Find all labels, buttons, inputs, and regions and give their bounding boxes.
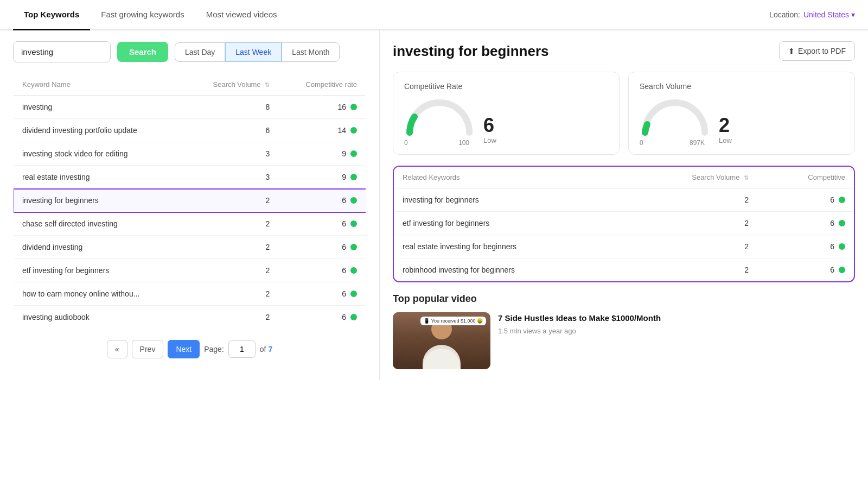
related-rate-value: 6 — [830, 242, 834, 251]
related-rate-dot — [839, 197, 845, 203]
filter-last-week[interactable]: Last Week — [225, 42, 282, 62]
rate-cell: 16 — [278, 96, 366, 119]
rate-cell: 6 — [278, 236, 366, 259]
volume-cell: 3 — [184, 142, 278, 166]
rate-value: 6 — [342, 219, 346, 228]
video-card[interactable]: 📱 You received $1,000 🤑 7 Side Hustles I… — [393, 312, 855, 369]
related-keyword-cell: robinhood investing for beginners — [394, 258, 626, 282]
rate-cell: 6 — [278, 212, 366, 236]
first-page-button[interactable]: « — [107, 340, 127, 358]
related-table-row[interactable]: etf investing for beginners 2 6 — [394, 212, 854, 235]
tab-most-viewed[interactable]: Most viewed videos — [195, 0, 288, 30]
related-volume-cell: 2 — [626, 258, 757, 282]
table-row[interactable]: investing stock video for editing 3 9 — [14, 142, 366, 166]
related-volume-cell: 2 — [626, 188, 757, 212]
gauge-value-volume: 2 Low — [719, 116, 732, 147]
tab-fast-growing[interactable]: Fast growing keywords — [90, 0, 195, 30]
col-search-volume: Search Volume ⇅ — [184, 74, 278, 96]
table-row[interactable]: etf investing for beginners 2 6 — [14, 259, 366, 282]
top-nav: Top Keywords Fast growing keywords Most … — [0, 0, 868, 30]
export-pdf-button[interactable]: ⬆ Export to PDF — [779, 41, 855, 61]
keyword-cell: investing — [14, 96, 184, 119]
right-panel: investing for beginners ⬆ Export to PDF … — [380, 30, 868, 380]
keyword-cell: investing for beginners — [14, 189, 184, 212]
related-table-row[interactable]: real estate investing for beginners 2 6 — [394, 235, 854, 258]
related-keywords-table: Related Keywords Search Volume ⇅ Competi… — [394, 167, 854, 281]
filter-last-day[interactable]: Last Day — [175, 42, 225, 62]
rate-dot — [350, 267, 357, 274]
rate-dot — [350, 291, 357, 297]
rate-cell: 6 — [278, 282, 366, 306]
related-col-volume: Search Volume ⇅ — [626, 167, 757, 188]
table-row[interactable]: real estate investing 3 9 — [14, 166, 366, 189]
video-badge: 📱 You received $1,000 🤑 — [420, 317, 486, 325]
volume-cell: 2 — [184, 189, 278, 212]
rate-cell: 6 — [278, 189, 366, 212]
search-bar: Search Last Day Last Week Last Month — [13, 41, 366, 62]
related-table-row[interactable]: robinhood investing for beginners 2 6 — [394, 258, 854, 282]
volume-cell: 6 — [184, 119, 278, 142]
related-rate-value: 6 — [830, 219, 834, 228]
volume-cell: 2 — [184, 282, 278, 306]
related-rate-cell: 6 — [757, 235, 854, 258]
related-rate-cell: 6 — [757, 258, 854, 282]
search-input[interactable] — [13, 41, 111, 62]
location-link[interactable]: United States ▾ — [803, 10, 855, 19]
gauge-scale-competitive: 0 100 — [404, 139, 469, 147]
related-rate-cell: 6 — [757, 188, 854, 212]
volume-cell: 2 — [184, 306, 278, 329]
gauge-cards: Competitive Rate 0 100 — [393, 72, 855, 155]
table-row[interactable]: investing audiobook 2 6 — [14, 306, 366, 329]
related-keyword-cell: investing for beginners — [394, 188, 626, 212]
rate-value: 6 — [342, 196, 346, 205]
next-page-button[interactable]: Next — [168, 340, 200, 358]
detail-header: investing for beginners ⬆ Export to PDF — [393, 41, 855, 61]
table-row[interactable]: investing for beginners 2 6 — [14, 189, 366, 212]
search-button[interactable]: Search — [117, 42, 168, 62]
related-rate-dot — [839, 243, 845, 250]
table-row[interactable]: chase self directed investing 2 6 — [14, 212, 366, 236]
related-rate-value: 6 — [830, 266, 834, 274]
rate-value: 16 — [337, 103, 346, 111]
export-icon: ⬆ — [788, 47, 795, 55]
table-row[interactable]: dividend investing portfolio update 6 14 — [14, 119, 366, 142]
related-keyword-cell: etf investing for beginners — [394, 212, 626, 235]
related-rate-dot — [839, 220, 845, 226]
related-rate-dot — [839, 267, 845, 273]
table-row[interactable]: how to earn money online withou... 2 6 — [14, 282, 366, 306]
rate-value: 6 — [342, 289, 346, 298]
rate-cell: 14 — [278, 119, 366, 142]
rate-dot — [350, 104, 357, 110]
volume-cell: 8 — [184, 96, 278, 119]
page-input[interactable] — [228, 340, 256, 358]
rate-value: 6 — [342, 313, 346, 321]
rate-dot — [350, 174, 357, 180]
keywords-table: Keyword Name Search Volume ⇅ Competitive… — [13, 73, 366, 329]
nav-tabs: Top Keywords Fast growing keywords Most … — [13, 0, 288, 29]
related-table-row[interactable]: investing for beginners 2 6 — [394, 188, 854, 212]
keyword-cell: dividend investing portfolio update — [14, 119, 184, 142]
prev-page-button[interactable]: Prev — [132, 340, 164, 358]
filter-last-month[interactable]: Last Month — [282, 42, 340, 62]
gauge-value-competitive: 6 Low — [483, 116, 496, 147]
popular-video-section: Top popular video — [393, 293, 855, 369]
volume-gauge-svg — [640, 97, 710, 136]
rate-value: 9 — [342, 149, 346, 158]
gauge-area-volume: 0 897K 2 Low — [640, 97, 844, 147]
table-row[interactable]: dividend investing 2 6 — [14, 236, 366, 259]
rate-value: 9 — [342, 173, 346, 181]
rate-dot — [350, 220, 357, 227]
page-of-label: of 7 — [260, 345, 272, 354]
rate-cell: 9 — [278, 142, 366, 166]
keyword-cell: real estate investing — [14, 166, 184, 189]
related-col-keyword: Related Keywords — [394, 167, 626, 188]
related-keyword-cell: real estate investing for beginners — [394, 235, 626, 258]
table-row[interactable]: investing 8 16 — [14, 96, 366, 119]
rate-dot — [350, 150, 357, 157]
gauge-area-competitive: 0 100 6 Low — [404, 97, 608, 147]
related-col-competitive: Competitive — [757, 167, 854, 188]
related-sort-icon: ⇅ — [744, 174, 749, 181]
keyword-cell: how to earn money online withou... — [14, 282, 184, 306]
tab-top-keywords[interactable]: Top Keywords — [13, 0, 90, 30]
related-volume-cell: 2 — [626, 235, 757, 258]
